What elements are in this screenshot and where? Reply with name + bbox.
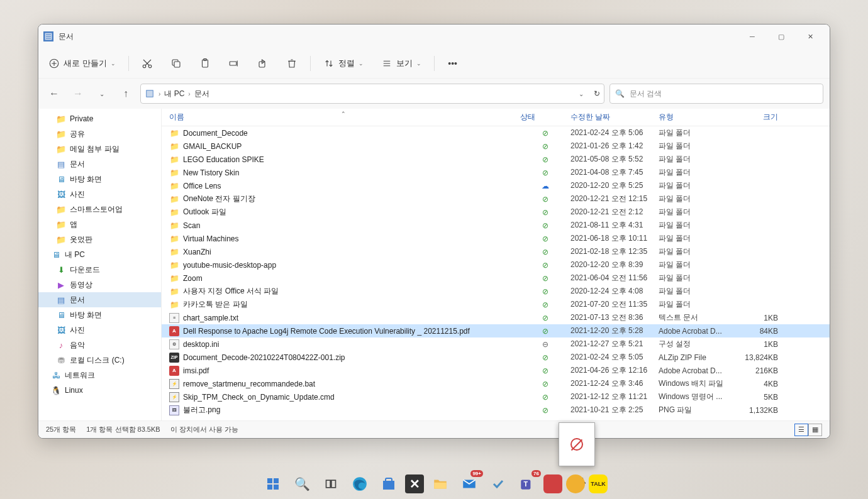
column-name[interactable]: 이름⌃ (162, 112, 520, 123)
file-row[interactable]: 📁카카오톡 받은 파일⊘2021-07-20 오전 11:35파일 폴더 (162, 298, 830, 311)
file-date: 2021-06-04 오전 11:56 (570, 273, 659, 283)
sidebar-item[interactable]: 📁앱 (38, 217, 161, 232)
file-row[interactable]: 📁Outlook 파일⊘2020-12-21 오전 2:12파일 폴더 (162, 206, 830, 219)
sidebar-item[interactable]: 📁메일 첨부 파일 (38, 141, 161, 156)
file-row[interactable]: 🖼불러고.png⊘2021-10-21 오후 2:25PNG 파일1,132KB (162, 403, 830, 417)
search-button[interactable]: 🔍 (289, 471, 314, 496)
sidebar-item[interactable]: ▶동영상 (38, 277, 161, 292)
app-red-button[interactable] (543, 474, 562, 493)
sidebar-item[interactable]: 🖼사진 (38, 322, 161, 337)
breadcrumb-folder[interactable]: 문서 (194, 89, 209, 99)
file-row[interactable]: ⚡Skip_TPM_Check_on_Dynamic_Update.cmd⊘20… (162, 390, 830, 403)
app-orange-button[interactable] (566, 474, 585, 493)
new-button[interactable]: 새로 만들기 ⌄ (43, 55, 121, 72)
file-rows[interactable]: 📁Document_Decode⊘2021-02-24 오후 5:06파일 폴더… (162, 126, 830, 420)
breadcrumb[interactable]: › 내 PC › 문서 ⌄ ↻ (140, 84, 604, 104)
sidebar-item[interactable]: 📁스마트스토어업 (38, 202, 161, 217)
maximize-button[interactable]: ▢ (767, 27, 796, 46)
paste-button[interactable] (194, 53, 216, 74)
file-row[interactable]: 📁Virtual Machines⊘2021-06-18 오후 10:11파일 … (162, 232, 830, 245)
file-row[interactable]: 📁New Tistory Skin⊘2021-04-08 오후 7:45파일 폴… (162, 166, 830, 179)
sidebar-item[interactable]: 🖧네트워크 (38, 368, 161, 383)
share-button[interactable] (252, 53, 274, 74)
sidebar-item[interactable]: 🐧Linux (38, 383, 161, 398)
file-row[interactable]: 📁GMAIL_BACKUP⊘2021-01-26 오후 1:42파일 폴더 (162, 140, 830, 153)
file-row[interactable]: 📁Office Lens☁2020-12-20 오후 5:25파일 폴더 (162, 179, 830, 192)
file-type: Windows 명령어 ... (659, 392, 734, 402)
edge-button[interactable] (347, 471, 372, 496)
up-button[interactable]: ↑ (116, 84, 135, 103)
minimize-button[interactable]: ─ (738, 27, 767, 46)
file-date: 2021-12-12 오후 11:21 (570, 392, 659, 402)
forward-button[interactable]: → (69, 84, 87, 103)
icons-view-button[interactable]: ▦ (808, 424, 822, 436)
column-size[interactable]: 크기 (734, 112, 778, 123)
sidebar-item[interactable]: ⛃로컬 디스크 (C:) (38, 353, 161, 368)
file-row[interactable]: 📁Zoom⊘2021-06-04 오전 11:56파일 폴더 (162, 271, 830, 285)
sidebar-item[interactable]: 🖥내 PC (38, 247, 161, 262)
todo-button[interactable] (486, 471, 511, 496)
sidebar-item[interactable]: 📁Private (38, 111, 161, 126)
file-date: 2021-07-20 오전 11:35 (570, 299, 659, 310)
file-row[interactable]: ⚙desktop.ini⊖2021-12-27 오후 5:21구성 설정1KB (162, 337, 830, 351)
file-row[interactable]: ADell Response to Apache Log4j Remote Co… (162, 324, 830, 337)
file-row[interactable]: 📁Scan⊘2021-08-11 오후 4:31파일 폴더 (162, 219, 830, 232)
sidebar-item[interactable]: 🖼사진 (38, 187, 161, 202)
copy-button[interactable] (165, 53, 187, 74)
file-row[interactable]: 📁youtube-music-desktop-app⊘2020-12-20 오후… (162, 258, 830, 271)
start-button[interactable] (260, 471, 286, 496)
sidebar-item[interactable]: ▤문서 (38, 292, 161, 307)
file-status: ⊘ (520, 142, 570, 151)
file-status: ⊘ (520, 274, 570, 283)
sidebar-item[interactable]: ▤문서 (38, 156, 161, 172)
file-row[interactable]: ZIPDocument_Decode-20210224T080422Z-001.… (162, 351, 830, 364)
column-date[interactable]: 수정한 날짜 (570, 112, 659, 123)
details-view-button[interactable]: ☰ (794, 424, 808, 436)
taskview-button[interactable] (318, 471, 343, 496)
sidebar-item[interactable]: 📁공유 (38, 126, 161, 141)
column-type[interactable]: 유형 (659, 112, 734, 123)
file-size: 1KB (734, 314, 778, 322)
sidebar-item[interactable]: ♪음악 (38, 337, 161, 353)
view-button[interactable]: 보기 ⌄ (376, 55, 426, 72)
breadcrumb-pc[interactable]: 내 PC (164, 89, 184, 99)
rename-button[interactable] (223, 53, 245, 74)
column-status[interactable]: 상태 (520, 112, 570, 123)
explorer-button[interactable] (428, 471, 453, 496)
delete-button[interactable] (281, 53, 303, 74)
file-row[interactable]: Aimsi.pdf⊘2021-04-26 오후 12:16Adobe Acrob… (162, 364, 830, 377)
file-row[interactable]: ≡chart_sample.txt⊘2021-07-13 오전 8:36텍스트 … (162, 311, 830, 324)
cut-button[interactable] (136, 53, 158, 74)
search-placeholder: 문서 검색 (630, 89, 662, 99)
history-dropdown[interactable]: ⌄ (579, 90, 584, 97)
file-size: 1KB (734, 340, 778, 349)
recent-button[interactable]: ⌄ (92, 84, 111, 103)
file-type: 파일 폴더 (659, 273, 734, 283)
file-name: OneNote 전자 필기장 (183, 194, 255, 204)
search-box[interactable]: 🔍 문서 검색 (609, 84, 823, 104)
store-button[interactable] (376, 471, 401, 496)
mail-button[interactable]: 99+ (457, 471, 482, 496)
titlebar[interactable]: 문서 ─ ▢ ✕ (38, 25, 830, 48)
app-x-button[interactable]: ✕ (405, 474, 424, 493)
refresh-button[interactable]: ↻ (594, 89, 600, 98)
sidebar[interactable]: 📁Private📁공유📁메일 첨부 파일▤문서🖥바탕 화면🖼사진📁스마트스토어업… (38, 109, 162, 420)
sort-button[interactable]: 정렬 ⌄ (318, 55, 369, 72)
teams-button[interactable]: T76 (515, 471, 540, 496)
sidebar-item[interactable]: 📁옷멌판 (38, 232, 161, 247)
file-row[interactable]: 📁OneNote 전자 필기장⊘2020-12-21 오전 12:15파일 폴더 (162, 192, 830, 206)
sidebar-item[interactable]: ⬇다운로드 (38, 262, 161, 277)
kakaotalk-button[interactable]: TALK (589, 474, 608, 493)
sidebar-item[interactable]: 🖥바탕 화면 (38, 307, 161, 322)
file-type: 파일 폴더 (659, 180, 734, 191)
list-icon (381, 58, 392, 69)
file-row[interactable]: ⚡remove_startmenu_recommandede.bat⊘2021-… (162, 377, 830, 390)
more-button[interactable]: ••• (442, 53, 464, 74)
file-row[interactable]: 📁XuanZhi⊘2021-02-18 오후 12:35파일 폴더 (162, 245, 830, 258)
back-button[interactable]: ← (45, 84, 64, 103)
sidebar-item[interactable]: 🖥바탕 화면 (38, 172, 161, 187)
close-button[interactable]: ✕ (796, 27, 825, 46)
file-row[interactable]: 📁사용자 지정 Office 서식 파일⊘2020-12-24 오후 4:08파… (162, 285, 830, 298)
file-row[interactable]: 📁LEGO Education SPIKE⊘2021-05-08 오후 5:52… (162, 153, 830, 166)
file-row[interactable]: 📁Document_Decode⊘2021-02-24 오후 5:06파일 폴더 (162, 126, 830, 140)
